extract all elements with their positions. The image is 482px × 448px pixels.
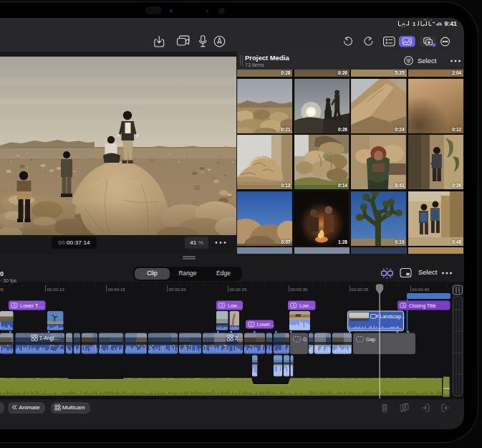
svg-text:A: A	[13, 303, 16, 308]
svg-text:1: 1	[413, 21, 415, 27]
svg-text:Closing Title: Closing Title	[409, 303, 436, 309]
svg-text:A: A	[292, 303, 295, 308]
svg-text:G: G	[303, 337, 307, 342]
svg-text:Landscap…: Landscap…	[380, 314, 406, 320]
svg-text:A: A	[402, 303, 405, 308]
svg-text:Low…: Low…	[228, 303, 242, 308]
svg-text:1-Angl…: 1-Angl…	[39, 335, 59, 341]
svg-text:2…: 2…	[235, 335, 243, 340]
svg-text:9:41: 9:41	[444, 20, 457, 27]
svg-text:Lower T…: Lower T…	[20, 303, 43, 308]
svg-text:Gap: Gap	[366, 337, 375, 343]
svg-text:Lower…: Lower…	[257, 322, 275, 327]
svg-text:Low…: Low…	[299, 303, 314, 308]
svg-text:A: A	[221, 303, 223, 308]
